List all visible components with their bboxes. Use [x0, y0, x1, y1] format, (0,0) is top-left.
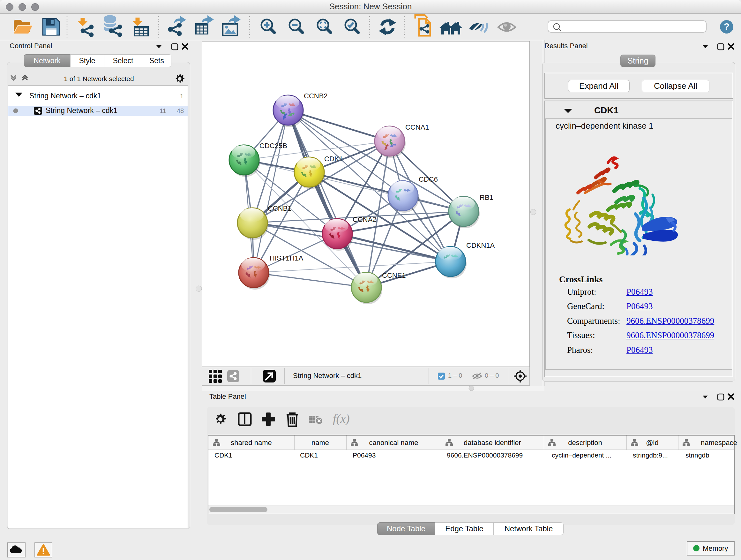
- svg-text:?: ?: [724, 21, 730, 32]
- svg-text:CDC6: CDC6: [419, 175, 438, 183]
- svg-text:CCNB1: CCNB1: [268, 204, 292, 212]
- svg-text:RB1: RB1: [480, 193, 493, 201]
- svg-text:CDKN1A: CDKN1A: [466, 241, 495, 249]
- svg-text:CDC25B: CDC25B: [259, 142, 287, 150]
- svg-text:CCNE1: CCNE1: [382, 271, 406, 279]
- svg-text:CCNB2: CCNB2: [304, 92, 328, 100]
- svg-text:CCNA2: CCNA2: [353, 215, 377, 224]
- svg-text:f(x): f(x): [333, 412, 350, 426]
- svg-text:CCNA1: CCNA1: [405, 123, 429, 131]
- svg-text:HIST1H1A: HIST1H1A: [270, 254, 303, 262]
- svg-text:CDK1: CDK1: [324, 155, 343, 163]
